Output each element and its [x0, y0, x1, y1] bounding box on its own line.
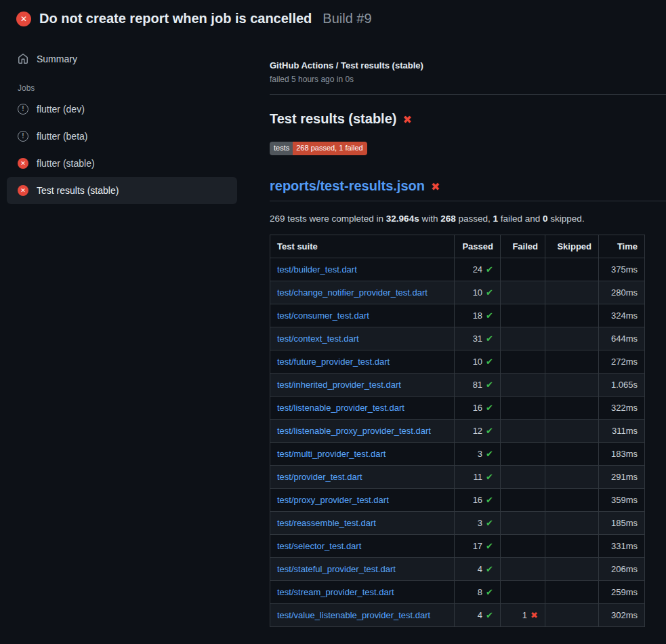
run-header: GitHub Actions / Test results (stable) f… [270, 60, 666, 95]
test-suite-link[interactable]: test/selector_test.dart [277, 541, 361, 551]
check-icon: ✔ [486, 518, 493, 528]
sidebar-item-label: Summary [37, 54, 77, 64]
failed-cell [501, 535, 545, 558]
passed-cell: 8✔ [455, 581, 501, 604]
sidebar-item-test-results-stable[interactable]: ✕ Test results (stable) [7, 177, 237, 204]
sidebar-item-flutter-beta[interactable]: ! flutter (beta) [7, 123, 237, 150]
time-cell: 375ms [599, 258, 645, 281]
sidebar-item-label: flutter (beta) [37, 131, 87, 142]
summary-text: skipped. [548, 214, 585, 224]
check-icon: ✔ [486, 403, 493, 413]
failed-cell [501, 420, 545, 443]
skipped-cell [545, 558, 599, 581]
table-row: test/change_notifier_provider_test.dart1… [270, 281, 645, 304]
stat-value: 12 [473, 426, 482, 436]
sidebar-item-label: flutter (stable) [37, 158, 95, 169]
passed-cell: 4✔ [455, 558, 501, 581]
summary-text: 269 tests were completed in [270, 214, 386, 224]
time-cell: 206ms [599, 558, 645, 581]
test-suite-link[interactable]: test/consumer_test.dart [277, 310, 369, 321]
stat-value: 3 [478, 449, 482, 459]
passed-cell: 24✔ [455, 258, 501, 281]
test-suite-link[interactable]: test/stateful_provider_test.dart [277, 564, 396, 574]
summary-passed-count: 268 [440, 214, 456, 224]
failed-cell [501, 258, 545, 281]
test-suite-link[interactable]: test/multi_provider_test.dart [277, 449, 386, 459]
failed-status-icon: ✕ [16, 12, 31, 26]
section-title: Test results (stable)✖ [270, 111, 666, 127]
stat-value: 1 [522, 610, 527, 620]
skipped-cell [545, 443, 599, 466]
check-icon: ✔ [486, 310, 493, 321]
test-suite-link[interactable]: test/listenable_proxy_provider_test.dart [277, 426, 431, 436]
report-link[interactable]: reports/test-results.json [270, 178, 425, 193]
stat-value: 4 [478, 564, 482, 574]
failed-cell [501, 512, 545, 535]
skipped-cell [545, 327, 599, 350]
passed-cell: 16✔ [455, 397, 501, 420]
time-cell: 302ms [599, 604, 645, 627]
col-header-skipped: Skipped [545, 235, 599, 258]
summary-failed-count: 1 [493, 214, 499, 224]
test-suite-link[interactable]: test/context_test.dart [277, 334, 359, 344]
skipped-cell [545, 512, 599, 535]
skipped-cell [545, 535, 599, 558]
table-row: test/stateful_provider_test.dart4✔206ms [270, 558, 645, 581]
test-suite-cell: test/selector_test.dart [270, 535, 455, 558]
test-suite-link[interactable]: test/stream_provider_test.dart [277, 587, 394, 597]
skipped-cell [545, 420, 599, 443]
passed-cell: 16✔ [455, 489, 501, 512]
failed-cell [501, 304, 545, 327]
failed-cell [501, 281, 545, 304]
test-suite-link[interactable]: test/change_notifier_provider_test.dart [277, 287, 428, 298]
summary-line: 269 tests were completed in 32.964s with… [270, 214, 666, 224]
passed-cell: 81✔ [455, 374, 501, 397]
time-cell: 324ms [599, 304, 645, 327]
check-icon: ✔ [486, 587, 493, 597]
test-suite-link[interactable]: test/reassemble_test.dart [277, 518, 376, 528]
time-cell: 291ms [599, 466, 645, 489]
cross-icon: ✖ [530, 610, 538, 620]
badge-label: tests [270, 142, 293, 155]
skipped-cell [545, 350, 599, 374]
col-header-passed: Passed [455, 235, 501, 258]
sidebar-item-flutter-stable[interactable]: ✕ flutter (stable) [7, 150, 237, 177]
sidebar-item-flutter-dev[interactable]: ! flutter (dev) [7, 96, 237, 123]
test-suite-link[interactable]: test/proxy_provider_test.dart [277, 495, 389, 505]
passed-cell: 18✔ [455, 304, 501, 327]
time-cell: 280ms [599, 281, 645, 304]
report-title: reports/test-results.json✖ [270, 178, 666, 201]
skipped-cell [545, 304, 599, 327]
table-row: test/future_provider_test.dart10✔272ms [270, 350, 645, 374]
failed-cell [501, 350, 545, 374]
breadcrumb: GitHub Actions / Test results (stable) [270, 60, 666, 71]
home-icon [18, 54, 28, 64]
test-suite-link[interactable]: test/builder_test.dart [277, 264, 357, 275]
sidebar-item-label: Test results (stable) [37, 185, 119, 196]
table-body: test/builder_test.dart24✔375mstest/chang… [270, 258, 645, 627]
tests-badge: tests 268 passed, 1 failed [270, 142, 367, 155]
test-suite-cell: test/builder_test.dart [270, 258, 455, 281]
test-suite-link[interactable]: test/value_listenable_provider_test.dart [277, 610, 430, 620]
stat-value: 16 [473, 495, 482, 505]
check-icon: ✔ [486, 264, 493, 275]
failed-cell [501, 443, 545, 466]
check-icon: ✔ [486, 564, 493, 574]
test-suite-cell: test/provider_test.dart [270, 466, 455, 489]
test-suite-link[interactable]: test/future_provider_test.dart [277, 357, 390, 367]
passed-cell: 3✔ [455, 443, 501, 466]
table-row: test/builder_test.dart24✔375ms [270, 258, 645, 281]
test-suite-link[interactable]: test/listenable_provider_test.dart [277, 403, 404, 413]
failed-status-icon: ✕ [18, 158, 28, 169]
run-title-bar: ✕ Do not create report when job is cance… [0, 0, 666, 35]
test-suite-link[interactable]: test/provider_test.dart [277, 472, 362, 482]
skipped-cell [545, 604, 599, 627]
run-meta: failed 5 hours ago in 0s [270, 75, 666, 84]
page-layout: Summary Jobs ! flutter (dev) ! flutter (… [0, 35, 666, 627]
summary-duration: 32.964s [386, 214, 419, 224]
sidebar-item-summary[interactable]: Summary [7, 45, 237, 73]
failed-cell [501, 397, 545, 420]
test-suite-cell: test/listenable_provider_test.dart [270, 397, 455, 420]
stat-value: 11 [474, 472, 483, 482]
test-suite-link[interactable]: test/inherited_provider_test.dart [277, 380, 401, 390]
